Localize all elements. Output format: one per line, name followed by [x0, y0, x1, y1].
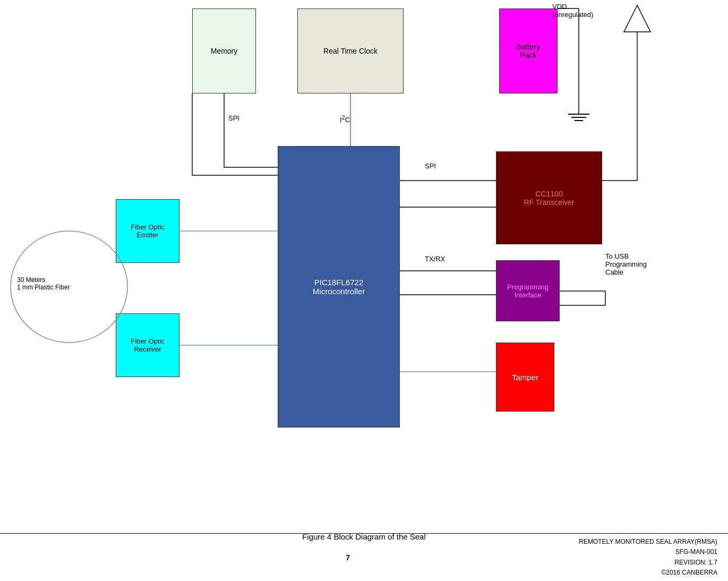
- to-usb-label: To USBProgrammingCable: [605, 252, 647, 276]
- memory-label: Memory: [211, 47, 238, 55]
- footer: 7 REMOTELY MONITORED SEAL ARRAY(RMSA) SF…: [0, 533, 728, 581]
- footer-line1: REMOTELY MONITORED SEAL ARRAY(RMSA): [579, 538, 717, 545]
- battery-block: BatteryPack: [499, 8, 558, 93]
- programming-interface-block: ProgrammingInterface: [496, 260, 560, 321]
- footer-line2: SFG-MAN-001: [675, 548, 717, 556]
- page-number: 7: [346, 553, 350, 562]
- i2c-label: I2C: [340, 114, 350, 124]
- svg-marker-19: [624, 5, 650, 32]
- rf-transceiver-block: CC1100RF Transceiver: [496, 151, 602, 244]
- footer-line3: REVISION: 1.7: [674, 559, 717, 566]
- fiber-optic-receiver-block: Fiber OpticReceiver: [116, 313, 179, 377]
- mcu-block: PIC18FL6722Microcontroller: [278, 146, 400, 428]
- fiber-label: 30 Meters1 mm Plastic Fiber: [17, 276, 70, 291]
- tamper-block: Tamper: [496, 343, 554, 412]
- prog-label: ProgrammingInterface: [507, 283, 549, 299]
- rtc-block: Real Time Clock: [297, 8, 404, 93]
- rf-label: CC1100RF Transceiver: [524, 190, 575, 207]
- memory-block: Memory: [192, 8, 256, 93]
- txrx-label: TX/RX: [425, 255, 445, 263]
- for-label: Fiber OpticReceiver: [131, 337, 165, 353]
- vdd-label: VDD(unregulated): [552, 3, 593, 19]
- battery-label: BatteryPack: [517, 42, 540, 59]
- spi1-label: SPI: [228, 114, 239, 122]
- spi2-label: SPI: [425, 162, 436, 170]
- mcu-label: PIC18FL6722Microcontroller: [313, 278, 365, 296]
- tamper-label: Tamper: [512, 373, 538, 382]
- rtc-label: Real Time Clock: [323, 47, 378, 55]
- fiber-optic-emitter-block: Fiber OpticEmitter: [116, 199, 179, 263]
- foe-label: Fiber OpticEmitter: [131, 223, 165, 239]
- footer-line4: ©2016 CANBERRA: [661, 569, 717, 576]
- footer-info: REMOTELY MONITORED SEAL ARRAY(RMSA) SFG-…: [579, 537, 717, 578]
